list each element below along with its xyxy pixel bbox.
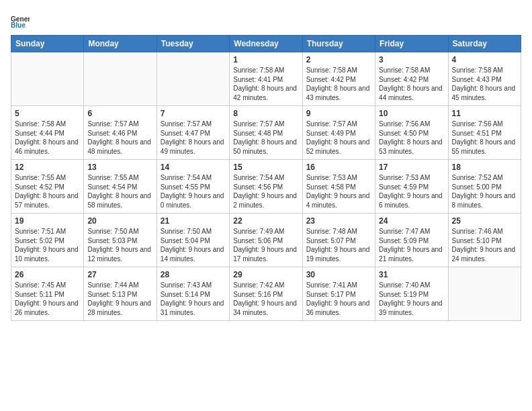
- day-number: 10: [379, 109, 444, 118]
- calendar-cell: 22Sunrise: 7:49 AM Sunset: 5:06 PM Dayli…: [230, 214, 302, 267]
- svg-text:Blue: Blue: [11, 21, 26, 29]
- calendar-cell: 23Sunrise: 7:48 AM Sunset: 5:07 PM Dayli…: [302, 214, 375, 267]
- calendar-cell: 27Sunrise: 7:44 AM Sunset: 5:13 PM Dayli…: [84, 267, 157, 321]
- cell-info: Sunrise: 7:58 AM Sunset: 4:43 PM Dayligh…: [452, 66, 517, 102]
- day-number: 19: [15, 216, 80, 226]
- weekday-header-thursday: Thursday: [302, 36, 375, 52]
- calendar-cell: 11Sunrise: 7:56 AM Sunset: 4:51 PM Dayli…: [448, 106, 521, 160]
- weekday-header-tuesday: Tuesday: [157, 36, 229, 52]
- calendar-cell: 3Sunrise: 7:58 AM Sunset: 4:42 PM Daylig…: [375, 52, 448, 106]
- calendar-cell: [448, 267, 521, 321]
- day-number: 17: [379, 163, 444, 172]
- calendar-cell: 14Sunrise: 7:54 AM Sunset: 4:55 PM Dayli…: [157, 160, 229, 214]
- cell-info: Sunrise: 7:47 AM Sunset: 5:09 PM Dayligh…: [379, 227, 444, 263]
- day-number: 6: [87, 109, 152, 118]
- week-row-2: 12Sunrise: 7:55 AM Sunset: 4:52 PM Dayli…: [11, 160, 521, 214]
- week-row-3: 19Sunrise: 7:51 AM Sunset: 5:02 PM Dayli…: [11, 214, 521, 267]
- day-number: 1: [233, 55, 298, 64]
- calendar-cell: 24Sunrise: 7:47 AM Sunset: 5:09 PM Dayli…: [375, 214, 448, 267]
- cell-info: Sunrise: 7:58 AM Sunset: 4:41 PM Dayligh…: [233, 66, 298, 102]
- day-number: 2: [306, 55, 371, 64]
- day-number: 9: [306, 109, 371, 118]
- weekday-header-wednesday: Wednesday: [230, 36, 302, 52]
- cell-info: Sunrise: 7:54 AM Sunset: 4:56 PM Dayligh…: [233, 173, 298, 210]
- calendar-cell: 1Sunrise: 7:58 AM Sunset: 4:41 PM Daylig…: [230, 52, 302, 106]
- cell-info: Sunrise: 7:49 AM Sunset: 5:06 PM Dayligh…: [233, 227, 298, 263]
- cell-info: Sunrise: 7:53 AM Sunset: 4:58 PM Dayligh…: [306, 173, 371, 210]
- day-number: 7: [161, 109, 226, 118]
- cell-info: Sunrise: 7:41 AM Sunset: 5:17 PM Dayligh…: [306, 281, 371, 317]
- calendar-cell: 16Sunrise: 7:53 AM Sunset: 4:58 PM Dayli…: [302, 160, 375, 214]
- cell-info: Sunrise: 7:48 AM Sunset: 5:07 PM Dayligh…: [306, 227, 371, 263]
- cell-info: Sunrise: 7:58 AM Sunset: 4:42 PM Dayligh…: [306, 66, 371, 102]
- cell-info: Sunrise: 7:57 AM Sunset: 4:49 PM Dayligh…: [306, 120, 371, 156]
- calendar-cell: 8Sunrise: 7:57 AM Sunset: 4:48 PM Daylig…: [230, 106, 302, 160]
- calendar-cell: 12Sunrise: 7:55 AM Sunset: 4:52 PM Dayli…: [11, 160, 84, 214]
- cell-info: Sunrise: 7:52 AM Sunset: 5:00 PM Dayligh…: [452, 173, 517, 210]
- cell-info: Sunrise: 7:57 AM Sunset: 4:47 PM Dayligh…: [161, 120, 226, 156]
- week-row-0: 1Sunrise: 7:58 AM Sunset: 4:41 PM Daylig…: [11, 52, 521, 106]
- week-row-4: 26Sunrise: 7:45 AM Sunset: 5:11 PM Dayli…: [11, 267, 521, 321]
- calendar-cell: 2Sunrise: 7:58 AM Sunset: 4:42 PM Daylig…: [302, 52, 375, 106]
- calendar-cell: 19Sunrise: 7:51 AM Sunset: 5:02 PM Dayli…: [11, 214, 84, 267]
- calendar-cell: 10Sunrise: 7:56 AM Sunset: 4:50 PM Dayli…: [375, 106, 448, 160]
- cell-info: Sunrise: 7:54 AM Sunset: 4:55 PM Dayligh…: [161, 173, 226, 210]
- day-number: 30: [306, 270, 371, 279]
- day-number: 20: [87, 216, 152, 226]
- calendar-cell: [11, 52, 84, 106]
- day-number: 12: [15, 163, 80, 172]
- cell-info: Sunrise: 7:50 AM Sunset: 5:03 PM Dayligh…: [87, 227, 152, 263]
- calendar-cell: 18Sunrise: 7:52 AM Sunset: 5:00 PM Dayli…: [448, 160, 521, 214]
- cell-info: Sunrise: 7:58 AM Sunset: 4:42 PM Dayligh…: [379, 66, 444, 102]
- cell-info: Sunrise: 7:45 AM Sunset: 5:11 PM Dayligh…: [15, 281, 80, 317]
- calendar-cell: 17Sunrise: 7:53 AM Sunset: 4:59 PM Dayli…: [375, 160, 448, 214]
- page: General Blue SundayMondayTuesdayWednesda…: [0, 0, 532, 411]
- day-number: 14: [161, 163, 226, 172]
- cell-info: Sunrise: 7:55 AM Sunset: 4:52 PM Dayligh…: [15, 173, 80, 210]
- weekday-header-friday: Friday: [375, 36, 448, 52]
- calendar-cell: 21Sunrise: 7:50 AM Sunset: 5:04 PM Dayli…: [157, 214, 229, 267]
- cell-info: Sunrise: 7:43 AM Sunset: 5:14 PM Dayligh…: [161, 281, 226, 317]
- cell-info: Sunrise: 7:57 AM Sunset: 4:48 PM Dayligh…: [233, 120, 298, 156]
- cell-info: Sunrise: 7:55 AM Sunset: 4:54 PM Dayligh…: [87, 173, 152, 210]
- day-number: 13: [87, 163, 152, 172]
- cell-info: Sunrise: 7:50 AM Sunset: 5:04 PM Dayligh…: [161, 227, 226, 263]
- day-number: 25: [452, 216, 517, 226]
- weekday-header-row: SundayMondayTuesdayWednesdayThursdayFrid…: [11, 36, 521, 52]
- calendar-cell: 28Sunrise: 7:43 AM Sunset: 5:14 PM Dayli…: [157, 267, 229, 321]
- calendar-cell: 4Sunrise: 7:58 AM Sunset: 4:43 PM Daylig…: [448, 52, 521, 106]
- day-number: 8: [233, 109, 298, 118]
- logo-icon: General Blue: [11, 11, 30, 30]
- day-number: 28: [161, 270, 226, 279]
- day-number: 24: [379, 216, 444, 226]
- weekday-header-saturday: Saturday: [448, 36, 521, 52]
- calendar-cell: 30Sunrise: 7:41 AM Sunset: 5:17 PM Dayli…: [302, 267, 375, 321]
- day-number: 3: [379, 55, 444, 64]
- day-number: 18: [452, 163, 517, 172]
- calendar-cell: 5Sunrise: 7:58 AM Sunset: 4:44 PM Daylig…: [11, 106, 84, 160]
- calendar-cell: 15Sunrise: 7:54 AM Sunset: 4:56 PM Dayli…: [230, 160, 302, 214]
- calendar-cell: 6Sunrise: 7:57 AM Sunset: 4:46 PM Daylig…: [84, 106, 157, 160]
- week-row-1: 5Sunrise: 7:58 AM Sunset: 4:44 PM Daylig…: [11, 106, 521, 160]
- day-number: 31: [379, 270, 444, 279]
- day-number: 5: [15, 109, 80, 118]
- cell-info: Sunrise: 7:42 AM Sunset: 5:16 PM Dayligh…: [233, 281, 298, 317]
- day-number: 16: [306, 163, 371, 172]
- calendar-cell: 25Sunrise: 7:46 AM Sunset: 5:10 PM Dayli…: [448, 214, 521, 267]
- header: General Blue: [11, 11, 521, 30]
- calendar-cell: 20Sunrise: 7:50 AM Sunset: 5:03 PM Dayli…: [84, 214, 157, 267]
- cell-info: Sunrise: 7:44 AM Sunset: 5:13 PM Dayligh…: [87, 281, 152, 317]
- cell-info: Sunrise: 7:56 AM Sunset: 4:50 PM Dayligh…: [379, 120, 444, 156]
- day-number: 21: [161, 216, 226, 226]
- calendar-cell: [84, 52, 157, 106]
- calendar-cell: 9Sunrise: 7:57 AM Sunset: 4:49 PM Daylig…: [302, 106, 375, 160]
- cell-info: Sunrise: 7:53 AM Sunset: 4:59 PM Dayligh…: [379, 173, 444, 210]
- day-number: 29: [233, 270, 298, 279]
- cell-info: Sunrise: 7:56 AM Sunset: 4:51 PM Dayligh…: [452, 120, 517, 156]
- cell-info: Sunrise: 7:57 AM Sunset: 4:46 PM Dayligh…: [87, 120, 152, 156]
- day-number: 15: [233, 163, 298, 172]
- day-number: 11: [452, 109, 517, 118]
- calendar-cell: [157, 52, 229, 106]
- day-number: 27: [87, 270, 152, 279]
- cell-info: Sunrise: 7:46 AM Sunset: 5:10 PM Dayligh…: [452, 227, 517, 263]
